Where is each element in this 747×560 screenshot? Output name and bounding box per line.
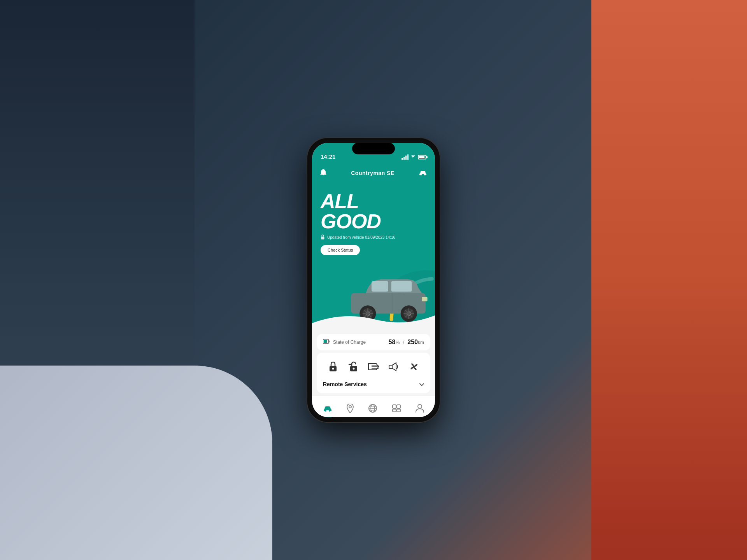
hero-section: ALL GOOD Updated from vehicle 01/09/2023… [312, 183, 435, 331]
hero-wave [312, 308, 435, 331]
app-navbar: Countryman SE [312, 163, 435, 183]
svg-rect-45 [393, 409, 396, 412]
remote-services-row[interactable]: Remote Services [323, 381, 424, 388]
svg-point-47 [418, 404, 422, 408]
app-title: Countryman SE [351, 170, 395, 176]
services-icon [392, 404, 401, 415]
content-area: State of Charge 58% / 250km [312, 331, 435, 396]
soc-card: State of Charge 58% / 250km [317, 334, 430, 350]
soc-value-display: 58% / 250km [389, 339, 424, 346]
svg-point-34 [413, 366, 415, 368]
battery-icon [418, 155, 426, 159]
phone-wrapper: 14:21 [307, 138, 440, 422]
svg-rect-5 [372, 281, 388, 292]
globe-icon [368, 404, 377, 415]
chevron-down-icon [419, 381, 424, 388]
lock-open-button[interactable] [345, 358, 362, 375]
bg-bottom-left [0, 366, 272, 560]
remote-services-label: Remote Services [323, 381, 367, 387]
nav-item-globe[interactable] [363, 401, 382, 418]
svg-rect-25 [324, 340, 327, 343]
soc-distance: 250km [407, 339, 424, 345]
status-time: 14:21 [321, 153, 335, 160]
profile-icon [416, 404, 424, 415]
nav-item-profile[interactable] [411, 401, 429, 418]
bell-icon[interactable] [320, 168, 327, 178]
hero-text-block: ALL GOOD Updated from vehicle 01/09/2023… [321, 191, 395, 255]
battery-soc-icon [323, 339, 330, 346]
lock-closed-button[interactable] [324, 358, 342, 375]
nav-item-home[interactable] [318, 402, 337, 417]
nav-item-services[interactable] [387, 402, 406, 417]
home-car-icon [323, 404, 332, 415]
phone-device: 14:21 [307, 138, 440, 422]
fan-button[interactable] [405, 358, 423, 375]
svg-rect-46 [397, 409, 400, 412]
svg-rect-44 [397, 405, 400, 408]
lights-button[interactable] [365, 358, 382, 375]
update-lock-icon [321, 234, 325, 240]
location-pin-icon [347, 404, 354, 415]
signal-bars-icon [402, 154, 409, 160]
soc-separator: / [403, 339, 406, 345]
soc-label-wrap: State of Charge [323, 339, 366, 346]
svg-point-27 [332, 368, 334, 370]
svg-point-0 [420, 174, 422, 175]
svg-point-1 [424, 174, 426, 175]
remote-icons-row [323, 358, 424, 375]
dynamic-island [352, 143, 395, 154]
remote-card: Remote Services [317, 353, 430, 393]
check-status-button[interactable]: Check Status [321, 245, 360, 255]
svg-rect-6 [391, 281, 412, 292]
svg-point-36 [329, 410, 330, 411]
svg-rect-21 [422, 297, 427, 301]
hero-subtitle: Updated from vehicle 01/09/2023 14:16 [321, 234, 395, 240]
svg-point-37 [349, 406, 351, 408]
status-icons [402, 154, 426, 160]
svg-rect-43 [393, 405, 396, 408]
battery-fill [419, 156, 424, 158]
soc-percentage: 58% [389, 339, 402, 345]
car-nav-icon[interactable] [419, 169, 427, 178]
phone-screen: 14:21 [312, 143, 435, 417]
nav-item-location[interactable] [342, 401, 358, 418]
svg-rect-33 [389, 365, 392, 368]
svg-point-29 [353, 368, 355, 370]
wifi-icon [410, 154, 416, 160]
bottom-nav [312, 396, 435, 417]
hero-headline: ALL GOOD [321, 191, 395, 231]
update-time-text: Updated from vehicle 01/09/2023 14:16 [327, 235, 395, 240]
horn-button[interactable] [385, 358, 402, 375]
svg-point-35 [325, 410, 326, 411]
bg-right-panel [591, 0, 747, 560]
soc-label-text: State of Charge [333, 340, 366, 345]
svg-rect-24 [329, 341, 330, 343]
svg-rect-2 [321, 237, 324, 240]
